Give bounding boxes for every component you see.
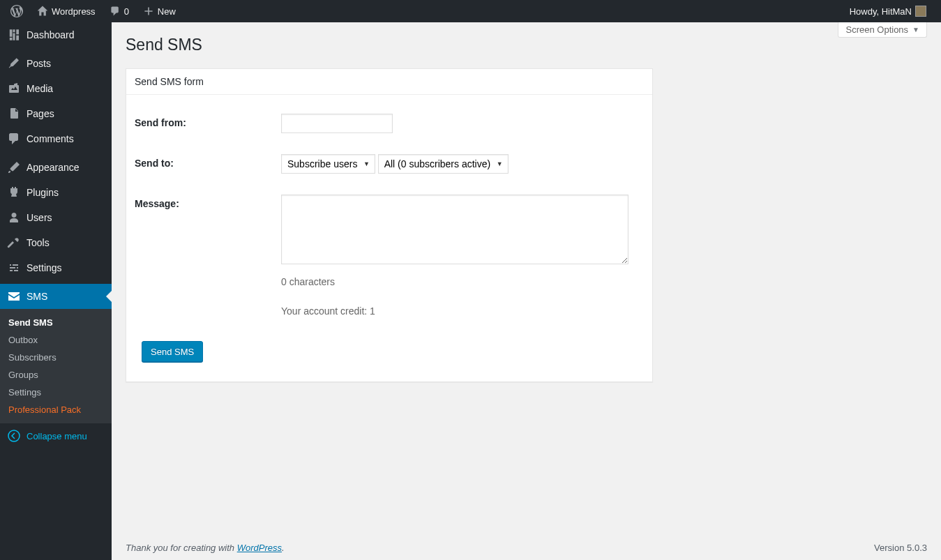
send-sms-button[interactable]: Send SMS bbox=[142, 341, 203, 362]
home-icon bbox=[37, 6, 48, 17]
sidebar-item-media[interactable]: Media bbox=[0, 76, 112, 101]
sidebar-label: Media bbox=[27, 83, 53, 94]
sidebar-item-tools[interactable]: Tools bbox=[0, 230, 112, 255]
screen-options-label: Screen Options bbox=[845, 24, 908, 35]
plug-icon bbox=[7, 186, 21, 199]
admin-sidebar: Dashboard Posts Media Pages Comments App… bbox=[0, 22, 112, 560]
plus-icon bbox=[143, 6, 154, 17]
sidebar-item-settings[interactable]: Settings bbox=[0, 255, 112, 280]
pages-icon bbox=[7, 107, 21, 121]
submenu-item-groups[interactable]: Groups bbox=[0, 366, 112, 384]
dashboard-icon bbox=[7, 28, 21, 42]
collapse-icon bbox=[7, 429, 21, 443]
sliders-icon bbox=[7, 261, 21, 275]
page-title: Send SMS bbox=[126, 29, 927, 57]
label-send-from: Send from: bbox=[135, 103, 274, 144]
sidebar-label: SMS bbox=[27, 291, 47, 302]
sidebar-label: Appearance bbox=[27, 162, 80, 173]
label-message: Message: bbox=[135, 184, 274, 327]
sidebar-label: Settings bbox=[27, 262, 62, 273]
sidebar-label: Comments bbox=[27, 133, 74, 144]
wp-logo-menu[interactable] bbox=[6, 0, 28, 22]
pin-icon bbox=[7, 56, 21, 70]
svg-point-0 bbox=[8, 430, 20, 441]
wordpress-link[interactable]: WordPress bbox=[237, 543, 282, 553]
sidebar-item-users[interactable]: Users bbox=[0, 205, 112, 230]
submenu-item-subscribers[interactable]: Subscribers bbox=[0, 349, 112, 366]
panel-header: Send SMS form bbox=[126, 69, 652, 95]
sidebar-item-comments[interactable]: Comments bbox=[0, 126, 112, 151]
admin-bar: Wordpress 0 New Howdy, HitMaN bbox=[0, 0, 941, 22]
submenu-item-settings[interactable]: Settings bbox=[0, 384, 112, 401]
account-credit: Your account credit: 1 bbox=[281, 305, 637, 317]
send-to-group-select[interactable]: All (0 subscribers active) bbox=[378, 154, 509, 174]
sidebar-item-pages[interactable]: Pages bbox=[0, 101, 112, 126]
avatar bbox=[915, 6, 926, 17]
message-textarea[interactable] bbox=[281, 195, 628, 264]
media-icon bbox=[7, 82, 21, 96]
send-from-input[interactable] bbox=[281, 114, 393, 133]
sidebar-label: Pages bbox=[27, 108, 54, 119]
sidebar-item-sms[interactable]: SMS bbox=[0, 284, 112, 309]
new-label: New bbox=[158, 6, 176, 17]
collapse-label: Collapse menu bbox=[27, 431, 87, 441]
sidebar-item-appearance[interactable]: Appearance bbox=[0, 155, 112, 180]
submenu-item-professional-pack[interactable]: Professional Pack bbox=[0, 401, 112, 418]
sidebar-item-plugins[interactable]: Plugins bbox=[0, 180, 112, 205]
label-send-to: Send to: bbox=[135, 144, 274, 184]
brush-icon bbox=[7, 160, 21, 174]
sidebar-label: Dashboard bbox=[27, 29, 75, 40]
account-link[interactable]: Howdy, HitMaN bbox=[845, 0, 931, 22]
send-sms-panel: Send SMS form Send from: Send to: Subscr… bbox=[126, 68, 653, 382]
sidebar-submenu-sms: Send SMS Outbox Subscribers Groups Setti… bbox=[0, 309, 112, 423]
wordpress-logo-icon bbox=[10, 5, 23, 17]
sidebar-item-dashboard[interactable]: Dashboard bbox=[0, 22, 112, 47]
sidebar-label: Posts bbox=[27, 58, 51, 69]
chevron-down-icon: ▼ bbox=[912, 26, 919, 33]
screen-options-toggle[interactable]: Screen Options ▼ bbox=[838, 22, 927, 38]
sidebar-item-posts[interactable]: Posts bbox=[0, 51, 112, 76]
main-content: Screen Options ▼ Send SMS Send SMS form … bbox=[112, 22, 941, 560]
sidebar-label: Users bbox=[27, 212, 52, 223]
submenu-item-outbox[interactable]: Outbox bbox=[0, 331, 112, 349]
char-count: 0 characters bbox=[281, 276, 637, 287]
comment-icon bbox=[110, 6, 121, 17]
sidebar-label: Plugins bbox=[27, 187, 59, 198]
send-to-type-select[interactable]: Subscribe users bbox=[281, 154, 375, 174]
sidebar-label: Tools bbox=[27, 237, 50, 248]
new-content-link[interactable]: New bbox=[138, 0, 181, 22]
user-icon bbox=[7, 211, 21, 225]
site-name-link[interactable]: Wordpress bbox=[32, 0, 100, 22]
comment-count: 0 bbox=[124, 6, 129, 17]
footer-version: Version 5.0.3 bbox=[874, 543, 927, 553]
comments-icon bbox=[7, 132, 21, 146]
comments-link[interactable]: 0 bbox=[105, 0, 134, 22]
howdy-text: Howdy, HitMaN bbox=[850, 6, 912, 17]
wrench-icon bbox=[7, 236, 21, 250]
footer-thanks-prefix: Thank you for creating with bbox=[126, 543, 237, 553]
submenu-item-send-sms[interactable]: Send SMS bbox=[0, 314, 112, 331]
collapse-menu-button[interactable]: Collapse menu bbox=[0, 423, 112, 448]
site-name: Wordpress bbox=[52, 6, 96, 17]
admin-footer: Thank you for creating with WordPress. V… bbox=[112, 536, 941, 560]
envelope-icon bbox=[7, 289, 21, 303]
